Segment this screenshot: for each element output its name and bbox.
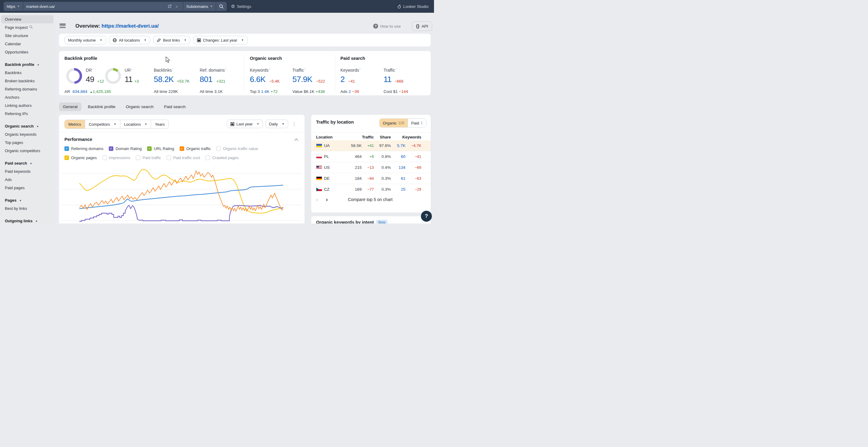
prev-page-icon[interactable]: ‹ bbox=[316, 196, 318, 203]
ar-value[interactable]: 834,884 bbox=[73, 89, 88, 94]
sidebar-item-ads[interactable]: Ads bbox=[1, 175, 54, 184]
segment-locations[interactable]: Locations▼ bbox=[120, 120, 151, 129]
sidebar-item-paid-keywords[interactable]: Paid keywords bbox=[1, 167, 54, 175]
sidebar-item-anchors[interactable]: Anchors bbox=[1, 93, 54, 101]
scope-select[interactable]: Subdomains▼ bbox=[183, 2, 216, 11]
compare-top5-link[interactable]: Compare top 5 on chart bbox=[348, 197, 393, 202]
keywords-value[interactable]: 60 bbox=[391, 154, 405, 159]
sidebar-item-site-structure[interactable]: Site structure bbox=[1, 32, 54, 40]
backlinks-value[interactable]: 58.2K bbox=[154, 75, 174, 84]
sidebar-item-pages[interactable]: Pages▲ bbox=[1, 196, 54, 204]
sidebar-item-best-by-links[interactable]: Best by links bbox=[1, 204, 54, 213]
segment-years[interactable]: Years bbox=[151, 120, 168, 129]
organic-keywords-value[interactable]: 6.6K bbox=[250, 75, 266, 84]
checkbox-impressions[interactable]: Impressions bbox=[102, 156, 130, 160]
checkbox-referring-domains[interactable]: ✓Referring domains bbox=[64, 146, 103, 151]
sidebar-item-organic-search[interactable]: Organic search▲ bbox=[1, 122, 54, 130]
paid-keywords-value[interactable]: 2 bbox=[340, 75, 345, 84]
ref-domains-value[interactable]: 801 bbox=[200, 75, 212, 84]
checkbox-crawled-pages[interactable]: Crawled pages bbox=[206, 156, 239, 160]
filter-button-changes-last-year[interactable]: Changes: Last year▼ bbox=[193, 36, 248, 44]
de-flag bbox=[316, 176, 322, 180]
ref-domains-delta: +321 bbox=[216, 79, 225, 83]
sidebar-item-organic-competitors[interactable]: Organic competitors bbox=[1, 147, 54, 155]
tab-general[interactable]: General bbox=[59, 102, 82, 111]
checkbox-url-rating[interactable]: ✓URL Rating bbox=[147, 146, 174, 151]
location-row-us[interactable]: US215−130.4%134−69 bbox=[311, 162, 431, 173]
checkbox-paid-traffic[interactable]: Paid traffic bbox=[136, 156, 161, 160]
filter-button-monthly-volume[interactable]: Monthly volume▼ bbox=[64, 36, 106, 44]
segment-metrics[interactable]: Metrics bbox=[65, 120, 85, 129]
ur-value: 11 bbox=[125, 75, 132, 84]
hamburger-menu-icon[interactable] bbox=[60, 24, 66, 29]
paid-traffic-value[interactable]: 11 bbox=[383, 75, 392, 84]
keywords-value[interactable]: 5.7K bbox=[391, 143, 405, 148]
sidebar-item-backlinks[interactable]: Backlinks bbox=[1, 69, 54, 77]
clear-url-icon[interactable]: × bbox=[175, 4, 178, 9]
sidebar-item-backlink-profile[interactable]: Backlink profile▲ bbox=[1, 61, 54, 69]
sidebar-item-paid-search[interactable]: Paid search▲ bbox=[1, 159, 54, 167]
how-to-use-button[interactable]: ? How to use bbox=[373, 24, 401, 29]
filter-button-all-locations[interactable]: All locations▼ bbox=[109, 36, 150, 44]
location-row-cz[interactable]: CZ169−770.3%25−29 bbox=[311, 184, 431, 195]
location-row-ua[interactable]: UA56.5K+4197.6%5.7K−4.7K bbox=[311, 140, 431, 151]
sidebar-item-broken-backlinks[interactable]: Broken backlinks bbox=[1, 77, 54, 85]
keywords-value[interactable]: 61 bbox=[391, 176, 405, 181]
sidebar-item-referring-domains[interactable]: Referring domains bbox=[1, 85, 54, 93]
keywords-by-intent-title: Organic keywords by intent Beta bbox=[316, 220, 388, 224]
segment-competitors[interactable]: Competitors▼ bbox=[85, 120, 120, 129]
date-range-button[interactable]: Last year ▼ bbox=[227, 119, 263, 128]
sidebar-item-referring-ips[interactable]: Referring IPs bbox=[1, 110, 54, 118]
checkbox-organic-traffic-value[interactable]: Organic traffic value bbox=[216, 146, 258, 151]
ur-label: URi bbox=[125, 67, 132, 73]
location-code: CZ bbox=[324, 187, 342, 192]
more-options-icon[interactable]: ⋮ bbox=[290, 121, 298, 127]
sidebar-item-paid-pages[interactable]: Paid pages bbox=[1, 184, 54, 192]
calendar-icon bbox=[197, 38, 201, 42]
series-organic-pages bbox=[80, 169, 283, 213]
toggle-organic[interactable]: Organic 116 bbox=[380, 119, 408, 127]
keywords-delta: −29 bbox=[405, 187, 421, 192]
sidebar-item-calendar[interactable]: Calendar bbox=[1, 40, 54, 48]
page-title-url-link[interactable]: https://market-dveri.ua/ bbox=[101, 23, 159, 29]
sidebar-nav: OverviewPage inspectSite structureCalend… bbox=[0, 13, 55, 224]
organic-traffic-value[interactable]: 57.9K bbox=[292, 75, 312, 84]
sidebar-item-opportunities[interactable]: Opportunities bbox=[1, 48, 54, 56]
checkbox-paid-traffic-cost[interactable]: Paid traffic cost bbox=[166, 156, 200, 160]
sidebar-item-linking-authors[interactable]: Linking authors bbox=[1, 101, 54, 110]
external-link-icon[interactable] bbox=[167, 4, 172, 8]
share-value: 0.8% bbox=[374, 154, 391, 159]
help-button[interactable]: ? bbox=[421, 211, 432, 222]
tab-backlink-profile[interactable]: Backlink profile bbox=[84, 102, 119, 111]
location-row-pl[interactable]: PL464+90.8%60−41 bbox=[311, 151, 431, 162]
settings-button[interactable]: ⚙ Settings bbox=[231, 4, 251, 9]
checkbox-organic-pages[interactable]: ✓Organic pages bbox=[64, 156, 97, 160]
api-button[interactable]: {} API bbox=[412, 21, 432, 31]
next-page-icon[interactable]: › bbox=[326, 196, 328, 203]
ar-delta: ▲1,425,185 bbox=[90, 89, 111, 94]
sidebar-item-outgoing-links[interactable]: Outgoing links▲ bbox=[1, 217, 54, 224]
checkbox-organic-traffic[interactable]: ✓Organic traffic bbox=[180, 146, 211, 151]
location-row-de[interactable]: DE184−840.3%61−63 bbox=[311, 173, 431, 184]
sidebar-item-page-inspect[interactable]: Page inspect bbox=[1, 23, 54, 32]
collapse-triangle-icon: ▲ bbox=[19, 199, 22, 202]
sidebar-item-overview[interactable]: Overview bbox=[1, 15, 54, 23]
keywords-value[interactable]: 134 bbox=[391, 165, 405, 170]
protocol-select[interactable]: https▼ bbox=[4, 2, 23, 11]
sidebar-item-organic-keywords[interactable]: Organic keywords bbox=[1, 130, 54, 138]
keywords-value[interactable]: 25 bbox=[391, 187, 405, 192]
collapse-chevron-icon[interactable] bbox=[294, 137, 299, 142]
sidebar-item-top-pages[interactable]: Top pages bbox=[1, 138, 54, 147]
checkbox-domain-rating[interactable]: ✓Domain Rating bbox=[109, 146, 142, 151]
granularity-button[interactable]: Daily ▼ bbox=[265, 119, 288, 128]
looker-studio-label: Looker Studio bbox=[403, 4, 429, 9]
toggle-paid[interactable]: Paid 1 bbox=[408, 119, 426, 127]
search-button[interactable] bbox=[216, 2, 227, 11]
domain-rating-donut bbox=[66, 68, 82, 84]
dr-value: 49 bbox=[86, 75, 94, 84]
tab-paid-search[interactable]: Paid search bbox=[160, 102, 189, 111]
sidebar-item-label: Top pages bbox=[5, 140, 23, 145]
filter-button-best-links[interactable]: Best links▼ bbox=[153, 36, 190, 44]
url-input[interactable]: market-dveri.ua/ × bbox=[23, 2, 183, 11]
tab-organic-search[interactable]: Organic search bbox=[122, 102, 158, 111]
